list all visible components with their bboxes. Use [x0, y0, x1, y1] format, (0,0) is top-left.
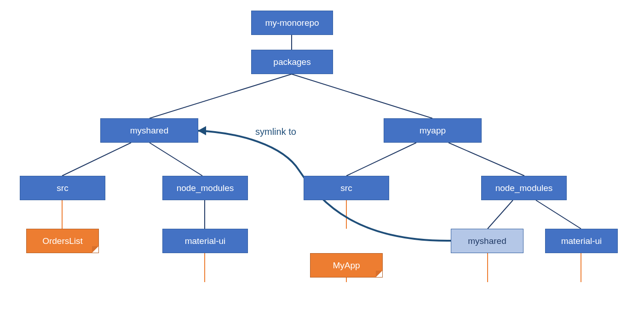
node-myshared: myshared — [100, 118, 198, 143]
node-label: material-ui — [561, 236, 602, 246]
svg-line-1 — [150, 74, 292, 118]
node-material-ui-left: material-ui — [162, 229, 248, 253]
node-orders-list: OrdersList — [26, 229, 99, 253]
node-app-src: src — [304, 176, 389, 200]
node-shared-src: src — [20, 176, 105, 200]
node-label: src — [57, 183, 68, 193]
node-shared-node-modules: node_modules — [162, 176, 248, 200]
node-label: myshared — [130, 126, 168, 136]
dog-ear-icon — [376, 271, 382, 277]
node-label: node_modules — [177, 183, 234, 193]
svg-marker-16 — [198, 126, 206, 135]
node-my-monorepo: my-monorepo — [251, 11, 333, 35]
node-myapp-file: MyApp — [310, 253, 383, 278]
node-label: packages — [273, 57, 310, 67]
symlink-label: symlink to — [255, 127, 296, 137]
node-myshared-symlink: myshared — [451, 229, 523, 253]
node-material-ui-right: material-ui — [545, 229, 618, 253]
node-label: material-ui — [185, 236, 226, 246]
node-label: myshared — [468, 236, 506, 246]
svg-line-13 — [536, 200, 581, 229]
node-label: node_modules — [495, 183, 553, 193]
node-myapp: myapp — [384, 118, 482, 143]
node-label: MyApp — [333, 260, 360, 271]
svg-line-3 — [62, 143, 131, 176]
node-label: myapp — [420, 126, 446, 136]
node-label: OrdersList — [42, 236, 83, 246]
svg-line-4 — [150, 143, 202, 176]
node-packages: packages — [251, 50, 333, 74]
node-label: src — [340, 183, 352, 193]
svg-line-2 — [292, 74, 432, 118]
svg-line-12 — [488, 200, 513, 229]
dog-ear-icon — [92, 246, 98, 253]
node-app-node-modules: node_modules — [481, 176, 567, 200]
node-label: my-monorepo — [265, 18, 319, 28]
svg-line-6 — [448, 143, 524, 176]
svg-line-5 — [346, 143, 416, 176]
